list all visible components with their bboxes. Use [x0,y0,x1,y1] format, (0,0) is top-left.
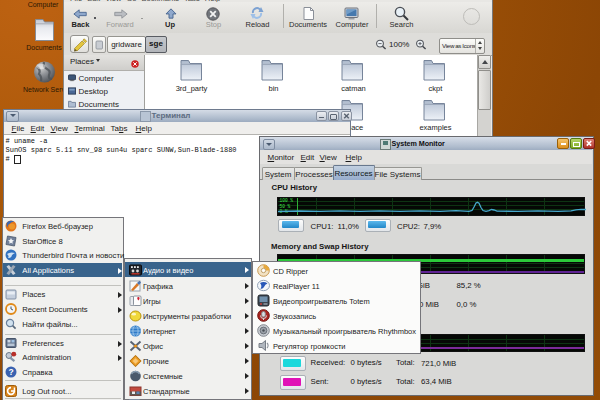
svg-text:?: ? [9,367,14,377]
